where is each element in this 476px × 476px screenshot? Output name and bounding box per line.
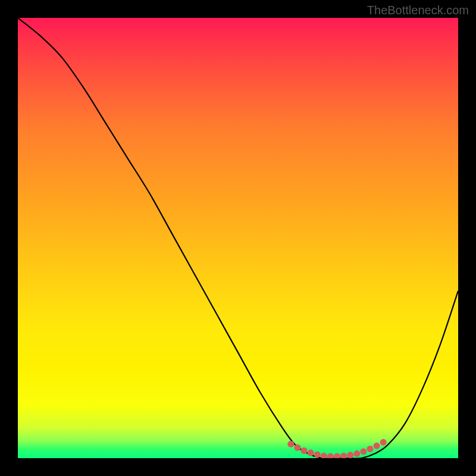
- highlight-dot: [360, 448, 367, 455]
- highlight-dot: [287, 441, 294, 447]
- highlight-dot: [374, 443, 380, 449]
- highlight-dot: [327, 453, 334, 458]
- highlight-dot: [347, 452, 353, 458]
- highlight-dot: [308, 450, 314, 456]
- highlight-dot: [380, 439, 387, 446]
- highlight-dot: [353, 450, 360, 457]
- chart-plot-area: [18, 18, 458, 458]
- attribution-text: TheBottleneck.com: [367, 4, 469, 17]
- highlight-dot: [321, 453, 327, 458]
- highlight-dot: [367, 446, 374, 452]
- optimal-range-dots: [18, 18, 458, 458]
- highlight-dot: [334, 453, 340, 458]
- highlight-dot: [314, 452, 321, 458]
- highlight-dot: [340, 453, 347, 458]
- highlight-dot: [301, 447, 308, 454]
- highlight-dot: [294, 444, 300, 451]
